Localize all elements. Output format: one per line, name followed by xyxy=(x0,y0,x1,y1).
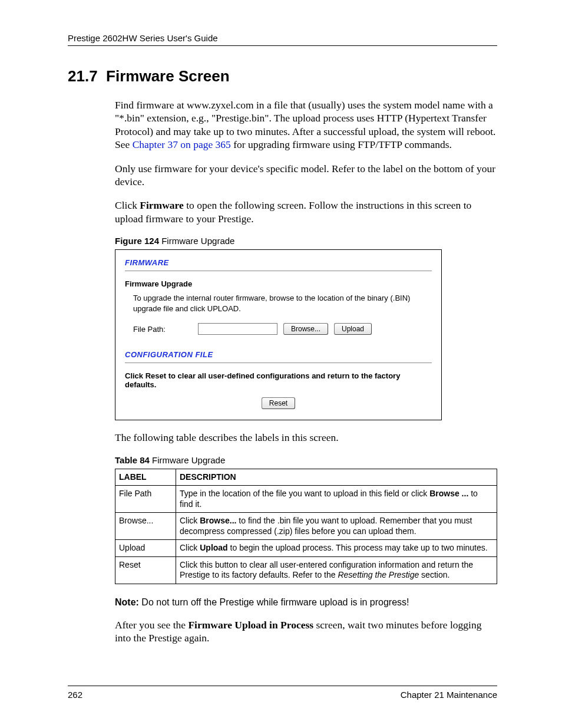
table-caption: Table 84 Firmware Upgrade xyxy=(115,455,497,465)
chapter-label: Chapter 21 Maintenance xyxy=(401,690,497,700)
text-bold: Browse... xyxy=(200,516,236,525)
td-description: Type in the location of the file you wan… xyxy=(176,486,497,513)
note-text: Do not turn off the Prestige while firmw… xyxy=(139,597,409,607)
paragraph-closing: After you see the Firmware Upload in Pro… xyxy=(115,618,497,645)
section-heading: 21.7 Firmware Screen xyxy=(68,67,497,85)
text: Type in the location of the file you wan… xyxy=(180,489,429,498)
td-description: Click Browse... to find the .bin file yo… xyxy=(176,513,497,540)
paragraph-model-warning: Only use firmware for your device's spec… xyxy=(115,162,497,189)
paragraph-after-figure: The following table describes the labels… xyxy=(115,431,497,444)
upload-button[interactable]: Upload xyxy=(334,323,372,335)
figure-caption: Figure 124 Firmware Upgrade xyxy=(115,236,497,246)
text: Click xyxy=(180,543,200,552)
document-page: Prestige 2602HW Series User's Guide 21.7… xyxy=(0,0,562,728)
text: After you see the xyxy=(115,619,188,631)
section-title: Firmware Screen xyxy=(106,67,230,85)
text: section. xyxy=(419,570,449,579)
table-row: Browse... Click Browse... to find the .b… xyxy=(115,513,497,540)
figure-title: Firmware Upgrade xyxy=(159,236,234,246)
text: Click xyxy=(115,199,140,211)
figure-instruction: To upgrade the internal router firmware,… xyxy=(133,293,432,314)
page-number: 262 xyxy=(68,690,82,700)
paragraph-click-firmware: Click Firmware to open the following scr… xyxy=(115,199,497,225)
table-row: File Path Type in the location of the fi… xyxy=(115,486,497,513)
text-italic: Resetting the Prestige xyxy=(338,570,419,579)
figure-subtitle: Firmware Upgrade xyxy=(125,279,432,288)
text-bold: Browse ... xyxy=(429,489,468,498)
table-title: Firmware Upgrade xyxy=(150,455,225,465)
table-row: Reset Click this button to clear all use… xyxy=(115,556,497,584)
figure-section-firmware: FIRMWARE xyxy=(125,258,432,267)
figure-firmware-upgrade: FIRMWARE Firmware Upgrade To upgrade the… xyxy=(115,249,442,420)
text: to begin the upload process. This proces… xyxy=(228,543,488,552)
table-row: Upload Click Upload to begin the upload … xyxy=(115,540,497,557)
firmware-upgrade-table: LABEL DESCRIPTION File Path Type in the … xyxy=(115,469,497,584)
table-number: Table 84 xyxy=(115,455,150,465)
td-label: Reset xyxy=(115,556,176,584)
file-path-row: File Path: Browse... Upload xyxy=(133,323,432,335)
th-label: LABEL xyxy=(115,469,176,486)
reset-button[interactable]: Reset xyxy=(262,397,295,409)
note-label: Note: xyxy=(115,597,139,607)
td-description: Click Upload to begin the upload process… xyxy=(176,540,497,557)
reset-row: Reset xyxy=(125,397,432,409)
browse-button[interactable]: Browse... xyxy=(283,323,328,335)
divider xyxy=(125,271,432,271)
running-header: Prestige 2602HW Series User's Guide xyxy=(68,33,497,46)
page-footer: 262 Chapter 21 Maintenance xyxy=(68,686,497,700)
table-header-row: LABEL DESCRIPTION xyxy=(115,469,497,486)
text: Click xyxy=(180,516,200,525)
td-label: Upload xyxy=(115,540,176,557)
text-bold: Firmware Upload in Process xyxy=(188,619,313,631)
text: for upgrading firmware using FTP/TFTP co… xyxy=(231,139,452,150)
figure-section-configuration: CONFIGURATION FILE xyxy=(125,350,432,359)
divider xyxy=(125,363,432,363)
cross-reference-link[interactable]: Chapter 37 on page 365 xyxy=(133,139,231,150)
td-label: Browse... xyxy=(115,513,176,540)
text-bold: Firmware xyxy=(140,199,184,211)
body-block: Find firmware at www.zyxel.com in a file… xyxy=(115,98,497,644)
figure-number: Figure 124 xyxy=(115,236,159,246)
section-number: 21.7 xyxy=(68,67,98,85)
td-description: Click this button to clear all user-ente… xyxy=(176,556,497,584)
text-bold: Upload xyxy=(200,543,227,552)
file-path-label: File Path: xyxy=(133,325,192,334)
figure-reset-instruction: Click Reset to clear all user-defined co… xyxy=(125,371,432,389)
th-description: DESCRIPTION xyxy=(176,469,497,486)
paragraph-intro: Find firmware at www.zyxel.com in a file… xyxy=(115,98,497,151)
td-label: File Path xyxy=(115,486,176,513)
note-line: Note: Do not turn off the Prestige while… xyxy=(115,597,497,608)
file-path-input[interactable] xyxy=(198,323,277,335)
